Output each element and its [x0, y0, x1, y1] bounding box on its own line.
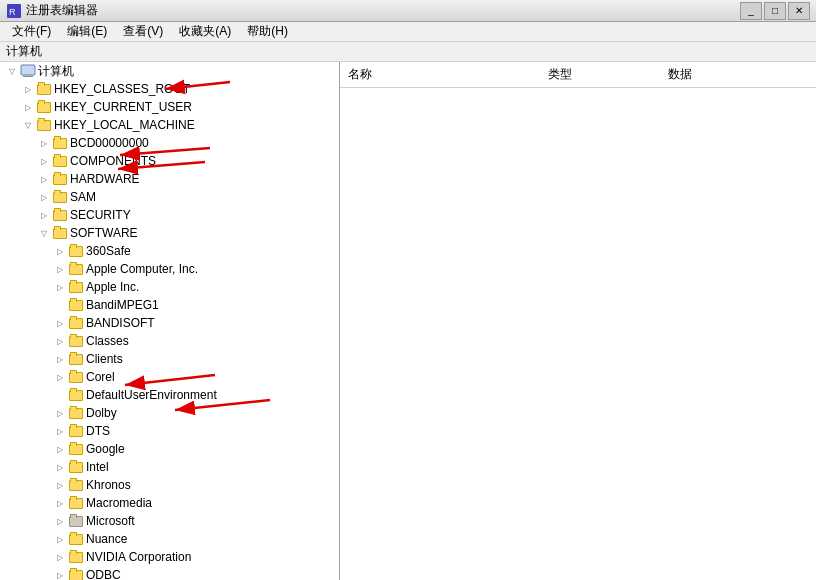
tree-toggle-bandimpeg1[interactable] [52, 297, 68, 313]
tree-item-sam[interactable]: SAM [0, 188, 339, 206]
tree-item-microsoft[interactable]: Microsoft [0, 512, 339, 530]
tree-item-intel[interactable]: Intel [0, 458, 339, 476]
tree-toggle-hkey_current_user[interactable] [20, 99, 36, 115]
svg-text:R: R [9, 7, 16, 17]
folder-icon-bandimpeg1 [68, 298, 84, 312]
tree-item-bandisoft[interactable]: BANDISOFT [0, 314, 339, 332]
tree-toggle-software[interactable] [36, 225, 52, 241]
tree-toggle-intel[interactable] [52, 459, 68, 475]
tree-label-odbc: ODBC [86, 568, 121, 580]
tree-toggle-360safe[interactable] [52, 243, 68, 259]
tree-toggle-apple_inc[interactable] [52, 279, 68, 295]
svg-rect-2 [21, 65, 35, 75]
tree-item-components[interactable]: COMPONENTS [0, 152, 339, 170]
tree-toggle-google[interactable] [52, 441, 68, 457]
tree-label-software: SOFTWARE [70, 226, 138, 240]
menu-file[interactable]: 文件(F) [4, 21, 59, 42]
tree-label-khronos: Khronos [86, 478, 131, 492]
tree-item-hkey_current_user[interactable]: HKEY_CURRENT_USER [0, 98, 339, 116]
menu-favorites[interactable]: 收藏夹(A) [171, 21, 239, 42]
tree-item-corel[interactable]: Corel [0, 368, 339, 386]
folder-icon-google [68, 442, 84, 456]
title-bar-buttons: _ □ ✕ [740, 2, 810, 20]
tree-item-defaultuserenvironment[interactable]: DefaultUserEnvironment [0, 386, 339, 404]
tree-toggle-corel[interactable] [52, 369, 68, 385]
tree-toggle-bcd00000000[interactable] [36, 135, 52, 151]
tree-item-hardware[interactable]: HARDWARE [0, 170, 339, 188]
tree-item-hkey_classes_root[interactable]: HKEY_CLASSES_ROOT [0, 80, 339, 98]
tree-item-dolby[interactable]: Dolby [0, 404, 339, 422]
tree-toggle-defaultuserenvironment[interactable] [52, 387, 68, 403]
tree-item-security[interactable]: SECURITY [0, 206, 339, 224]
tree-toggle-odbc[interactable] [52, 567, 68, 580]
tree-label-components: COMPONENTS [70, 154, 156, 168]
tree-toggle-dolby[interactable] [52, 405, 68, 421]
tree-item-software[interactable]: SOFTWARE [0, 224, 339, 242]
tree-item-dts[interactable]: DTS [0, 422, 339, 440]
tree-label-google: Google [86, 442, 125, 456]
menu-help[interactable]: 帮助(H) [239, 21, 296, 42]
tree-item-apple_inc[interactable]: Apple Inc. [0, 278, 339, 296]
maximize-button[interactable]: □ [764, 2, 786, 20]
address-label: 计算机 [6, 43, 42, 60]
tree-toggle-khronos[interactable] [52, 477, 68, 493]
tree-item-apple_computer[interactable]: Apple Computer, Inc. [0, 260, 339, 278]
title-bar-text: 注册表编辑器 [26, 2, 740, 19]
tree-label-intel: Intel [86, 460, 109, 474]
tree-toggle-microsoft[interactable] [52, 513, 68, 529]
tree-item-clients[interactable]: Clients [0, 350, 339, 368]
tree-item-nvidia_corporation[interactable]: NVIDIA Corporation [0, 548, 339, 566]
tree-label-corel: Corel [86, 370, 115, 384]
tree-item-khronos[interactable]: Khronos [0, 476, 339, 494]
folder-icon-bcd00000000 [52, 136, 68, 150]
tree-item-hkey_local_machine[interactable]: HKEY_LOCAL_MACHINE [0, 116, 339, 134]
main-content: 计算机HKEY_CLASSES_ROOTHKEY_CURRENT_USERHKE… [0, 62, 816, 580]
tree-label-computer: 计算机 [38, 63, 74, 80]
tree-toggle-security[interactable] [36, 207, 52, 223]
tree-item-nuance[interactable]: Nuance [0, 530, 339, 548]
tree-label-hkey_local_machine: HKEY_LOCAL_MACHINE [54, 118, 195, 132]
column-headers: 名称 类型 数据 [340, 62, 816, 88]
col-name: 名称 [340, 64, 540, 85]
folder-icon-microsoft [68, 514, 84, 528]
tree-toggle-computer[interactable] [4, 63, 20, 79]
menu-edit[interactable]: 编辑(E) [59, 21, 115, 42]
tree-item-computer[interactable]: 计算机 [0, 62, 339, 80]
tree-toggle-nvidia_corporation[interactable] [52, 549, 68, 565]
registry-tree[interactable]: 计算机HKEY_CLASSES_ROOTHKEY_CURRENT_USERHKE… [0, 62, 340, 580]
tree-item-classes[interactable]: Classes [0, 332, 339, 350]
tree-toggle-hkey_local_machine[interactable] [20, 117, 36, 133]
tree-label-macromedia: Macromedia [86, 496, 152, 510]
tree-item-google[interactable]: Google [0, 440, 339, 458]
tree-toggle-classes[interactable] [52, 333, 68, 349]
tree-item-odbc[interactable]: ODBC [0, 566, 339, 580]
menu-view[interactable]: 查看(V) [115, 21, 171, 42]
tree-toggle-clients[interactable] [52, 351, 68, 367]
tree-label-hkey_current_user: HKEY_CURRENT_USER [54, 100, 192, 114]
minimize-button[interactable]: _ [740, 2, 762, 20]
folder-icon-macromedia [68, 496, 84, 510]
tree-toggle-sam[interactable] [36, 189, 52, 205]
tree-toggle-hardware[interactable] [36, 171, 52, 187]
tree-toggle-hkey_classes_root[interactable] [20, 81, 36, 97]
address-bar: 计算机 [0, 42, 816, 62]
folder-icon-software [52, 226, 68, 240]
tree-toggle-bandisoft[interactable] [52, 315, 68, 331]
tree-item-bcd00000000[interactable]: BCD00000000 [0, 134, 339, 152]
tree-item-macromedia[interactable]: Macromedia [0, 494, 339, 512]
title-bar: R 注册表编辑器 _ □ ✕ [0, 0, 816, 22]
tree-toggle-apple_computer[interactable] [52, 261, 68, 277]
tree-item-bandimpeg1[interactable]: BandiMPEG1 [0, 296, 339, 314]
folder-icon-apple_computer [68, 262, 84, 276]
close-button[interactable]: ✕ [788, 2, 810, 20]
folder-icon-computer [20, 64, 36, 78]
tree-toggle-dts[interactable] [52, 423, 68, 439]
tree-item-360safe[interactable]: 360Safe [0, 242, 339, 260]
tree-toggle-components[interactable] [36, 153, 52, 169]
tree-toggle-macromedia[interactable] [52, 495, 68, 511]
tree-toggle-nuance[interactable] [52, 531, 68, 547]
tree-label-360safe: 360Safe [86, 244, 131, 258]
folder-icon-dolby [68, 406, 84, 420]
folder-icon-hkey_classes_root [36, 82, 52, 96]
folder-icon-nvidia_corporation [68, 550, 84, 564]
